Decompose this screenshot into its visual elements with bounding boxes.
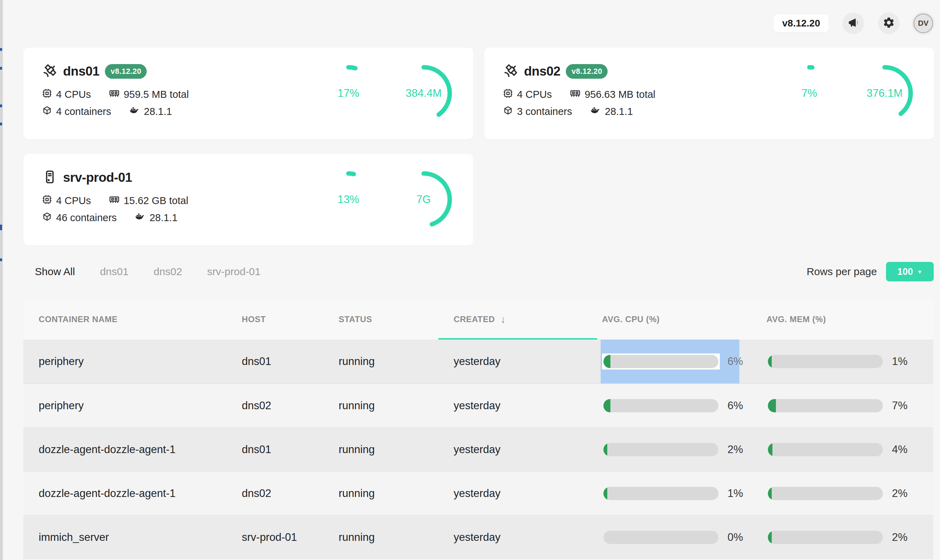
- cell-created: yesterday: [438, 531, 597, 544]
- filter-show-all[interactable]: Show All: [35, 266, 75, 278]
- memory-icon: [109, 88, 120, 101]
- table-row[interactable]: dozzle-agent-dozzle-agent-1 dns01 runnin…: [23, 427, 933, 471]
- cpu-value: 0%: [727, 531, 743, 544]
- settings-button[interactable]: [878, 12, 900, 34]
- col-header-host[interactable]: HOST: [227, 299, 323, 340]
- col-header-created[interactable]: CREATED ↓: [438, 299, 597, 340]
- cell-created: yesterday: [438, 487, 597, 500]
- topbar: v8.12.20 DV: [774, 12, 933, 34]
- cell-created: yesterday: [438, 400, 597, 412]
- mem-progress-bar: [766, 354, 884, 369]
- cpu-progress-bar: [602, 529, 720, 545]
- cpu-gauge-label: 13%: [319, 170, 378, 229]
- edge-mark: [0, 67, 2, 70]
- memory-gauge-label: 7G: [394, 170, 453, 229]
- table-row[interactable]: periphery dns01 running yesterday 6% 1%: [23, 340, 933, 383]
- mem-progress-bar: [766, 442, 884, 458]
- host-version-badge: v8.12.20: [566, 64, 608, 79]
- cell-avg-mem: 2%: [761, 472, 933, 515]
- cpu-gauge-label: 7%: [780, 64, 839, 123]
- docker-whale-icon: [129, 105, 140, 118]
- cpu-gauge: 17%: [319, 64, 378, 123]
- cell-host: dns01: [227, 443, 323, 456]
- host-card-dns02[interactable]: dns02 v8.12.20 4 CPUs 956.63 MB total 3 …: [484, 48, 934, 139]
- cpu-chip-icon: [503, 88, 513, 101]
- host-containers: 46 containers: [56, 212, 117, 223]
- host-cpus: 4 CPUs: [56, 89, 91, 100]
- host-memory-total: 959.5 MB total: [124, 89, 189, 100]
- cell-status: running: [323, 443, 438, 456]
- user-avatar[interactable]: DV: [914, 14, 933, 33]
- cell-avg-cpu: 6%: [597, 340, 761, 383]
- memory-icon: [109, 194, 120, 207]
- cell-avg-cpu: 1%: [597, 472, 761, 515]
- host-version-badge: v8.12.20: [105, 64, 147, 79]
- host-docker-version: 28.1.1: [149, 212, 178, 223]
- mem-value: 4%: [892, 443, 908, 456]
- cell-container-name: periphery: [23, 400, 227, 412]
- host-name: dns02: [524, 64, 560, 79]
- host-cpus: 4 CPUs: [56, 195, 91, 206]
- satellite-icon: [42, 63, 57, 80]
- cpu-value: 1%: [727, 487, 743, 500]
- docker-whale-icon: [590, 105, 601, 118]
- cell-container-name: periphery: [23, 355, 227, 368]
- mem-progress-bar: [766, 486, 884, 502]
- gear-icon: [883, 16, 895, 30]
- col-header-container-name[interactable]: CONTAINER NAME: [23, 299, 227, 340]
- mem-value: 1%: [892, 355, 908, 368]
- rows-per-page-label: Rows per page: [807, 266, 877, 278]
- cell-host: dns01: [227, 355, 323, 368]
- host-docker-version: 28.1.1: [605, 106, 633, 117]
- rows-per-page-value: 100: [897, 266, 913, 277]
- cpu-value: 2%: [727, 443, 743, 456]
- cell-created: yesterday: [438, 443, 597, 456]
- host-name: srv-prod-01: [63, 170, 132, 185]
- cpu-value: 6%: [727, 400, 743, 412]
- cpu-gauge: 13%: [319, 170, 378, 229]
- host-card-srv-prod-01[interactable]: srv-prod-01 4 CPUs 15.62 GB total 46 con…: [23, 154, 473, 246]
- filter-srv-prod-01[interactable]: srv-prod-01: [207, 266, 260, 278]
- mem-value: 2%: [892, 531, 908, 544]
- col-header-avg-mem[interactable]: AVG. MEM (%): [761, 299, 933, 340]
- filter-dns01[interactable]: dns01: [100, 266, 129, 278]
- cell-status: running: [323, 400, 438, 412]
- cell-status: running: [323, 355, 438, 368]
- cpu-progress-bar: [602, 442, 720, 458]
- satellite-icon: [503, 63, 518, 80]
- table-row[interactable]: periphery dns02 running yesterday 6% 7%: [23, 383, 933, 427]
- mem-progress-bar: [766, 398, 884, 414]
- rows-per-page-select[interactable]: 100 ▼: [886, 262, 934, 282]
- announcements-button[interactable]: [843, 12, 864, 34]
- cell-created: yesterday: [438, 355, 597, 368]
- table-header-row: CONTAINER NAME HOST STATUS CREATED ↓ AVG…: [23, 299, 933, 340]
- container-box-icon: [503, 106, 513, 118]
- mem-value: 7%: [892, 400, 908, 412]
- chevron-down-icon: ▼: [917, 269, 923, 275]
- mem-value: 2%: [892, 487, 908, 500]
- cpu-chip-icon: [42, 195, 52, 207]
- cpu-progress-bar: [602, 486, 720, 502]
- container-box-icon: [42, 212, 52, 224]
- cell-container-name: dozzle-agent-dozzle-agent-1: [23, 443, 227, 456]
- memory-gauge: 384.4M: [394, 64, 453, 123]
- host-filter-tabs: Show All dns01 dns02 srv-prod-01: [35, 266, 260, 278]
- edge-mark: [0, 123, 2, 125]
- col-header-avg-cpu[interactable]: AVG. CPU (%): [597, 299, 761, 340]
- memory-gauge: 376.1M: [855, 64, 914, 123]
- cell-avg-cpu: 2%: [597, 428, 761, 471]
- memory-icon: [570, 88, 581, 101]
- host-memory-total: 15.62 GB total: [124, 195, 188, 206]
- cell-host: srv-prod-01: [227, 531, 323, 544]
- host-card-dns01[interactable]: dns01 v8.12.20 4 CPUs 959.5 MB total 4 c…: [23, 48, 473, 139]
- cell-status: running: [323, 531, 438, 544]
- window-edge-strip: [0, 0, 3, 560]
- dozzle-dashboard: v8.12.20 DV: [0, 0, 940, 560]
- cell-host: dns02: [227, 400, 323, 412]
- col-header-status[interactable]: STATUS: [323, 299, 438, 340]
- app-version-pill[interactable]: v8.12.20: [774, 14, 829, 32]
- table-row[interactable]: immich_server srv-prod-01 running yester…: [23, 515, 933, 559]
- cpu-gauge-label: 17%: [319, 64, 378, 123]
- table-row[interactable]: dozzle-agent-dozzle-agent-1 dns02 runnin…: [23, 471, 933, 515]
- filter-dns02[interactable]: dns02: [154, 266, 182, 278]
